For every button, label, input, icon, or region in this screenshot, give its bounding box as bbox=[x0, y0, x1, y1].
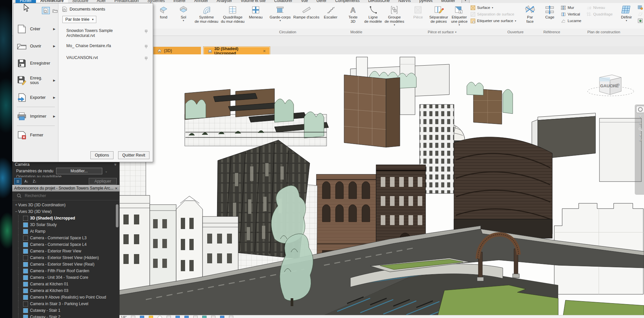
model-group-button[interactable]: Groupe de modèles ▾ bbox=[383, 4, 405, 26]
curtain-grid-button[interactable]: Quadrillage du mur-rideau bbox=[220, 4, 246, 24]
tag-room-button[interactable]: 1 Etiqueter une pièce ▾ bbox=[449, 4, 469, 26]
menu-item-ouvrir[interactable]: Ouvrir ▶ bbox=[14, 38, 58, 55]
menu-item-fermer[interactable]: Fermer bbox=[14, 127, 58, 144]
tree-item-view[interactable]: Camera fr Above (Realistic) wo Point Clo… bbox=[14, 294, 119, 301]
tree-item-view[interactable]: Cutaway - Stair 1 bbox=[14, 307, 119, 314]
visual-style-icon[interactable] bbox=[140, 316, 144, 318]
tab-dirootsone[interactable]: DiRootsOne bbox=[364, 0, 394, 3]
menu-item-imprimer[interactable]: Imprimer ▶ bbox=[14, 108, 58, 125]
dormer-button[interactable]: Lucarne bbox=[561, 18, 581, 23]
navbar-dropdown-icon[interactable]: ▾ bbox=[640, 115, 641, 118]
ramp-button[interactable]: Rampe d'accès bbox=[292, 4, 321, 20]
open-documents-icon[interactable] bbox=[51, 7, 59, 14]
wall-opening-button[interactable]: Mur bbox=[561, 5, 581, 10]
tab-systemes[interactable]: Systèmes bbox=[143, 0, 169, 3]
crop-view-icon[interactable] bbox=[167, 316, 171, 318]
tab-acier[interactable]: Acier bbox=[92, 0, 110, 3]
group-label-reference[interactable]: Référence bbox=[539, 29, 564, 35]
options-button[interactable]: Options bbox=[90, 151, 113, 159]
recent-file-item[interactable]: VAUCANSON.rvt bbox=[62, 55, 149, 62]
collapse-navbar-icon[interactable]: ⊖ bbox=[639, 139, 642, 142]
reveal-hidden-icon[interactable] bbox=[193, 316, 198, 318]
shaft-button[interactable]: Cage bbox=[540, 4, 560, 20]
zoom-dropdown-icon[interactable]: ▾ bbox=[640, 134, 641, 137]
quit-revit-button[interactable]: Quitter Revit bbox=[118, 151, 149, 159]
scroll-down-chevron-icon[interactable]: ⌄ bbox=[105, 169, 108, 173]
set-workplane-button[interactable]: Définir ▾ bbox=[617, 4, 636, 22]
tab-structure[interactable]: Structure bbox=[68, 0, 93, 3]
stair-button[interactable]: Escalier bbox=[321, 4, 340, 20]
tab-vue[interactable]: Vue bbox=[297, 0, 312, 3]
menu-item-enregistrer[interactable]: Enregistrer bbox=[14, 55, 58, 72]
tree-item-view[interactable]: 3D Solar Study bbox=[14, 221, 119, 228]
sort-descending-icon[interactable]: Z↓ bbox=[31, 178, 38, 184]
tab-navvis[interactable]: NavVis bbox=[394, 0, 415, 3]
text-3d-button[interactable]: A Texte 3D bbox=[343, 4, 363, 24]
tree-item-view[interactable]: At Ramp bbox=[14, 228, 119, 235]
menu-item-creer[interactable]: Créer ▶ bbox=[14, 20, 58, 38]
zoom-icon[interactable] bbox=[638, 127, 642, 132]
recent-file-item[interactable]: Mo_ Chaise Dentaire.rfa bbox=[62, 43, 149, 50]
tab-modifier[interactable]: Modifier bbox=[437, 0, 460, 3]
tree-item-view[interactable]: Camera in Stair 3 - Parking Level bbox=[14, 301, 119, 307]
view-scale-label[interactable]: 1/8" bbox=[121, 316, 126, 318]
recent-documents-icon[interactable] bbox=[42, 7, 50, 14]
menu-item-enreg-sous[interactable]: Enreg.sous ▶ bbox=[14, 72, 58, 89]
view-tab-3d-shaded-uncropped[interactable]: 3D (Shaded) Uncropped × bbox=[204, 47, 270, 55]
recent-file-item[interactable]: Snowdon Towers Sample Architectural.rvt bbox=[62, 28, 149, 38]
tag-surface-button[interactable]: Etiqueter une surface▾ bbox=[470, 18, 516, 23]
project-browser-search[interactable] bbox=[12, 191, 119, 200]
model-line-button[interactable]: Ligne de modèle bbox=[363, 4, 383, 24]
show-crop-icon[interactable] bbox=[176, 316, 180, 318]
sort-list-icon[interactable]: ☰ bbox=[14, 178, 21, 185]
tab-gerer[interactable]: Gérer bbox=[312, 0, 331, 3]
tab-collaborer[interactable]: Collaborer bbox=[270, 0, 297, 3]
tab-volume-et-site[interactable]: Volume et site bbox=[237, 0, 270, 3]
group-label-circulation[interactable]: Circulation bbox=[255, 29, 320, 35]
tab-pyrevit[interactable]: pyRevit bbox=[415, 0, 437, 3]
temporary-view-properties-icon[interactable] bbox=[202, 316, 207, 318]
tree-item-view[interactable]: Camera - Commercial Space L4 bbox=[14, 241, 119, 248]
pin-icon[interactable] bbox=[144, 29, 149, 35]
tree-item-view[interactable]: Camera - Unit 304 - Toward Core bbox=[14, 274, 119, 281]
vertical-opening-button[interactable]: Vertical bbox=[561, 12, 581, 17]
surface-button[interactable]: Surface▾ bbox=[470, 5, 516, 10]
tab-fichier[interactable]: Fichier bbox=[16, 0, 36, 3]
view-control-bar[interactable]: 1/8" bbox=[119, 315, 644, 318]
temporary-hide-icon[interactable] bbox=[184, 316, 189, 318]
render-settings-modify-button[interactable]: Modifier... bbox=[56, 168, 102, 174]
navigation-bar[interactable]: ▾ ✛ ▾ ⊖ bbox=[635, 104, 644, 195]
tab-annoter[interactable]: Annoter bbox=[190, 0, 212, 3]
pan-icon[interactable]: ✛ bbox=[639, 122, 642, 125]
by-face-button[interactable]: Par face bbox=[520, 4, 540, 24]
search-input[interactable] bbox=[24, 193, 91, 198]
view-tab-3d[interactable]: {3D} bbox=[153, 47, 201, 54]
mullion-button[interactable]: Meneau bbox=[246, 4, 266, 20]
tree-item-view[interactable]: 3D (Shaded) Uncropped bbox=[14, 215, 119, 221]
pin-icon[interactable] bbox=[144, 56, 149, 62]
collapse-chevron-icon[interactable]: » bbox=[113, 163, 118, 166]
group-label-plan-construction[interactable]: Plan de construction bbox=[564, 29, 643, 35]
tree-item-view[interactable]: Camera - Exterior River View bbox=[14, 248, 119, 254]
tree-item-view[interactable]: Camera at Kitchen 03 bbox=[14, 287, 119, 294]
3d-model-view[interactable]: GAUCHE SUD bbox=[119, 54, 644, 315]
sort-ascending-icon[interactable]: A↓ bbox=[23, 178, 30, 184]
apply-button[interactable]: Appliquer bbox=[89, 178, 117, 185]
selection-dropdown-icon[interactable]: ▾ bbox=[462, 0, 469, 3]
tab-architecture[interactable]: Architecture bbox=[36, 0, 68, 3]
ceiling-button[interactable]: fond bbox=[154, 4, 174, 20]
tab-prefabrication[interactable]: Préfabrication bbox=[110, 0, 143, 3]
sun-path-icon[interactable] bbox=[149, 316, 153, 318]
close-tab-icon[interactable]: × bbox=[263, 48, 266, 53]
group-label-modele[interactable]: Modèle bbox=[320, 29, 393, 35]
group-label-ouverture[interactable]: Ouverture bbox=[492, 29, 539, 35]
tree-item-view[interactable]: Camera - Exterior Street View (Real) bbox=[14, 261, 119, 268]
pin-icon[interactable] bbox=[144, 44, 149, 50]
tree-node-3d-coordination[interactable]: +Vues 3D (3D Coordination) bbox=[14, 202, 119, 208]
tree-item-view[interactable]: Cutaway - Stair 2 bbox=[14, 314, 119, 318]
recent-sort-dropdown[interactable]: Par liste triée▾ bbox=[62, 16, 96, 23]
tree-item-view[interactable]: Camera - Exterior Street View (Hidden) bbox=[14, 254, 119, 261]
tree-item-view[interactable]: Camera - Commercial Space L3 bbox=[14, 235, 119, 241]
tree-scrollbar-thumb[interactable] bbox=[116, 204, 118, 227]
curtain-system-button[interactable]: Système de mur-rideau bbox=[193, 4, 220, 24]
